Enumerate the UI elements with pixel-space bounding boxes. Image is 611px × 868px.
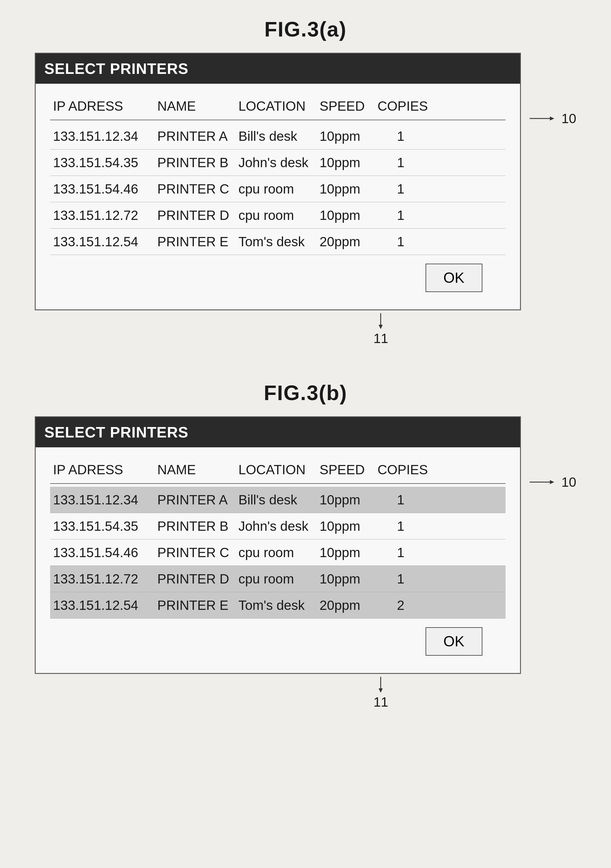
column-headers-b: IP ADRESS NAME LOCATION SPEED COPIES (50, 456, 506, 484)
col-header-name-a: NAME (157, 98, 239, 114)
figure-a: FIG.3(a) SELECT PRINTERS IP ADRESS NAME … (35, 17, 576, 346)
dialog-a-body: IP ADRESS NAME LOCATION SPEED COPIES 133… (36, 84, 520, 309)
ref-10-label-a: 10 (561, 111, 576, 126)
col-header-ip-a: IP ADRESS (53, 98, 157, 114)
table-row[interactable]: 133.151.54.35 PRINTER B John's desk 10pp… (50, 513, 506, 539)
ref-11-label-b: 11 (374, 694, 388, 710)
col-header-speed-a: SPEED (319, 98, 377, 114)
figure-a-title: FIG.3(a) (35, 17, 576, 41)
col-header-copies-b: COPIES (377, 462, 424, 477)
svg-marker-3 (378, 325, 383, 329)
svg-marker-1 (550, 116, 554, 121)
dialog-b-body: IP ADRESS NAME LOCATION SPEED COPIES 133… (36, 447, 520, 673)
svg-marker-7 (378, 688, 383, 693)
ok-button-row-b: OK (50, 618, 506, 659)
ref-10-label-b: 10 (561, 474, 576, 490)
ref-11-label-a: 11 (374, 330, 388, 346)
arrow-ref-10-a (530, 114, 558, 123)
table-row[interactable]: 133.151.12.54 PRINTER E Tom's desk 20ppm… (50, 229, 506, 255)
dialog-a-header: SELECT PRINTERS (36, 54, 520, 84)
col-header-location-b: LOCATION (239, 462, 319, 477)
dialog-b: SELECT PRINTERS IP ADRESS NAME LOCATION … (35, 416, 521, 674)
ok-button-row-a: OK (50, 255, 506, 295)
ok-button-a[interactable]: OK (426, 264, 482, 292)
figure-b: FIG.3(b) SELECT PRINTERS IP ADRESS NAME … (35, 381, 576, 710)
table-row[interactable]: 133.151.12.34 PRINTER A Bill's desk 10pp… (50, 487, 506, 513)
arrow-ref-11-b (376, 677, 385, 694)
table-row[interactable]: 133.151.12.34 PRINTER A Bill's desk 10pp… (50, 123, 506, 149)
table-row[interactable]: 133.151.12.72 PRINTER D cpu room 10ppm 1 (50, 202, 506, 229)
table-row[interactable]: 133.151.12.54 PRINTER E Tom's desk 20ppm… (50, 592, 506, 618)
col-header-name-b: NAME (157, 462, 239, 477)
arrow-ref-10-b (530, 478, 558, 487)
table-row[interactable]: 133.151.54.46 PRINTER C cpu room 10ppm 1 (50, 539, 506, 566)
col-header-ip-b: IP ADRESS (53, 462, 157, 477)
dialog-b-header: SELECT PRINTERS (36, 417, 520, 447)
figure-b-title: FIG.3(b) (35, 381, 576, 405)
svg-marker-5 (550, 480, 554, 484)
dialog-a: SELECT PRINTERS IP ADRESS NAME LOCATION … (35, 53, 521, 310)
table-row[interactable]: 133.151.54.46 PRINTER C cpu room 10ppm 1 (50, 176, 506, 202)
col-header-location-a: LOCATION (239, 98, 319, 114)
table-row[interactable]: 133.151.12.72 PRINTER D cpu room 10ppm 1 (50, 566, 506, 592)
arrow-ref-11-a (376, 313, 385, 330)
column-headers-a: IP ADRESS NAME LOCATION SPEED COPIES (50, 92, 506, 120)
col-header-speed-b: SPEED (319, 462, 377, 477)
ok-button-b[interactable]: OK (426, 627, 482, 656)
col-header-copies-a: COPIES (377, 98, 424, 114)
table-row[interactable]: 133.151.54.35 PRINTER B John's desk 10pp… (50, 149, 506, 176)
